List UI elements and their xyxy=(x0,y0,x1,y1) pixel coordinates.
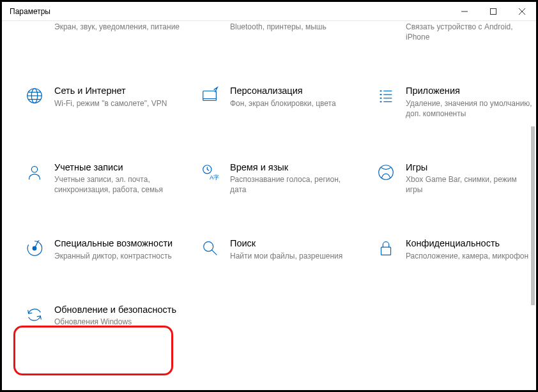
tile-system[interactable]: Экран, звук, уведомления, питание xyxy=(21,21,184,46)
tile-title: Игры xyxy=(406,162,533,173)
tile-desc: Расположение, камера, микрофон xyxy=(406,251,533,261)
tile-desc: Связать устройство с Android, iPhone xyxy=(406,22,533,42)
person-icon xyxy=(24,162,45,182)
close-button[interactable] xyxy=(507,2,536,21)
tile-desc: Распознавание голоса, регион, дата xyxy=(230,174,357,195)
tile-desc: Обновления Windows xyxy=(54,317,181,327)
phone-icon xyxy=(375,22,397,23)
tile-desc: Фон, экран блокировки, цвета xyxy=(230,98,357,109)
minimize-button[interactable] xyxy=(450,2,479,21)
tile-title: Персонализация xyxy=(230,85,357,96)
tile-desc: Найти мои файлы, разрешения xyxy=(230,251,357,261)
tile-privacy[interactable]: Конфиденциальность Расположение, камера,… xyxy=(373,234,535,264)
svg-line-25 xyxy=(212,250,217,255)
tile-search[interactable]: Поиск Найти мои файлы, разрешения xyxy=(197,234,360,264)
titlebar: Параметры xyxy=(2,2,536,21)
tile-phone[interactable]: Связать устройство с Android, iPhone xyxy=(373,21,535,46)
highlight-box xyxy=(13,326,173,375)
svg-point-24 xyxy=(204,242,213,252)
tile-desc: Bluetooth, принтеры, мышь xyxy=(230,22,357,32)
tile-time-language[interactable]: A字 Время и язык Распознавание голоса, ре… xyxy=(197,158,360,199)
svg-rect-26 xyxy=(381,248,391,255)
svg-text:A字: A字 xyxy=(210,174,219,181)
xbox-icon xyxy=(375,162,397,182)
lock-icon xyxy=(375,237,397,258)
tile-accessibility[interactable]: Специальные возможности Экранный диктор,… xyxy=(21,234,184,264)
tile-title: Сеть и Интернет xyxy=(54,85,181,96)
svg-point-19 xyxy=(31,167,37,172)
tile-network[interactable]: Сеть и Интернет Wi-Fi, режим "в самолете… xyxy=(21,81,184,123)
tile-devices[interactable]: Bluetooth, принтеры, мышь xyxy=(197,21,360,46)
tile-desc: Экран, звук, уведомления, питание xyxy=(54,22,181,32)
tile-desc: Wi-Fi, режим "в самолете", VPN xyxy=(54,98,181,109)
tile-personalization[interactable]: Персонализация Фон, экран блокировки, цв… xyxy=(197,81,360,123)
tile-title: Обновление и безопасность xyxy=(54,304,181,315)
tile-accounts[interactable]: Учетные записи Учетные записи, эл. почта… xyxy=(21,158,184,199)
scrollbar[interactable] xyxy=(527,21,536,388)
tile-title: Время и язык xyxy=(230,162,357,173)
time-language-icon: A字 xyxy=(199,162,221,182)
tile-title: Поиск xyxy=(230,237,357,249)
settings-grid: Экран, звук, уведомления, питание Blueto… xyxy=(2,21,536,331)
content-area: Экран, звук, уведомления, питание Blueto… xyxy=(2,21,536,390)
tile-desc: Xbox Game Bar, снимки, режим игры xyxy=(406,174,533,195)
tile-title: Приложения xyxy=(406,85,533,96)
tile-desc: Экранный диктор, контрастность xyxy=(54,251,181,261)
system-icon xyxy=(24,22,45,23)
tile-title: Учетные записи xyxy=(54,162,181,173)
globe-icon xyxy=(24,85,45,105)
accessibility-icon xyxy=(24,237,45,258)
apps-icon xyxy=(375,85,397,105)
scrollbar-thumb[interactable] xyxy=(531,126,535,305)
tile-title: Специальные возможности xyxy=(54,237,181,249)
tile-desc: Учетные записи, эл. почта, синхронизация… xyxy=(54,174,181,195)
tile-update-security[interactable]: Обновление и безопасность Обновления Win… xyxy=(21,300,184,331)
tile-gaming[interactable]: Игры Xbox Game Bar, снимки, режим игры xyxy=(373,158,535,199)
paint-icon xyxy=(199,85,221,105)
tile-title: Конфиденциальность xyxy=(406,237,533,249)
sync-icon xyxy=(24,304,45,324)
tile-desc: Удаление, значения по умолчанию, доп. ко… xyxy=(406,98,533,119)
svg-rect-1 xyxy=(490,8,496,14)
window-title: Параметры xyxy=(10,7,450,16)
svg-point-22 xyxy=(379,165,394,180)
devices-icon xyxy=(199,22,221,23)
tile-apps[interactable]: Приложения Удаление, значения по умолчан… xyxy=(373,81,535,123)
search-icon xyxy=(199,237,221,258)
maximize-button[interactable] xyxy=(479,2,507,21)
